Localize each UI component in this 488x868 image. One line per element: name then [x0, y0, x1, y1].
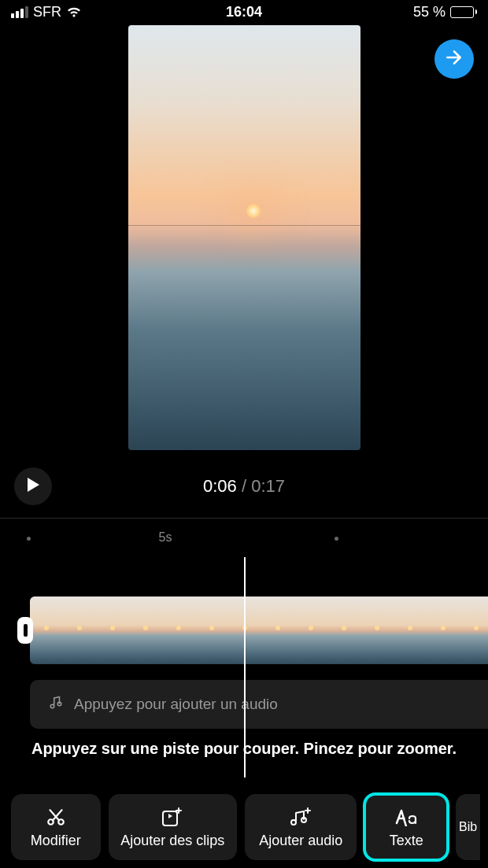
add-clips-button[interactable]: Ajouter des clips — [109, 794, 238, 860]
add-audio-icon — [290, 806, 312, 828]
arrow-right-icon — [444, 47, 464, 71]
tool-label: Ajouter audio — [259, 833, 342, 849]
modify-button[interactable]: Modifier — [11, 794, 101, 860]
play-icon — [25, 476, 41, 497]
tool-label: Texte — [390, 833, 423, 849]
time-display: 0:06 / 0:17 — [203, 476, 285, 497]
battery-percent: 55 % — [413, 4, 445, 20]
music-note-icon — [49, 696, 63, 714]
ruler-label: 5s — [159, 530, 172, 545]
library-button[interactable]: Bib — [456, 794, 480, 860]
tool-label: Bib — [459, 820, 477, 834]
clip-trim-handle-left[interactable] — [17, 617, 33, 644]
next-button[interactable] — [434, 39, 474, 79]
total-time: 0:17 — [251, 476, 285, 496]
video-preview-area — [0, 25, 488, 450]
svg-rect-3 — [163, 811, 177, 826]
wifi-icon — [66, 6, 82, 18]
bottom-toolbar: Modifier Ajouter des clips Ajouter audio… — [0, 792, 488, 868]
add-audio-button[interactable]: Ajouter audio — [245, 794, 357, 860]
status-right: 55 % — [413, 4, 477, 20]
tool-label: Ajouter des clips — [120, 833, 224, 849]
video-preview[interactable] — [128, 25, 360, 450]
ruler-tick-icon — [27, 537, 31, 541]
timeline-ruler[interactable]: 5s — [0, 527, 488, 554]
carrier-label: SFR — [33, 4, 61, 20]
battery-icon — [450, 6, 477, 18]
status-bar: SFR 16:04 55 % — [0, 0, 488, 24]
cellular-signal-icon — [11, 6, 28, 18]
clock: 16:04 — [226, 4, 262, 20]
clip-strip[interactable] — [30, 597, 488, 664]
play-button[interactable] — [14, 467, 52, 505]
scissors-icon — [46, 806, 66, 828]
status-left: SFR — [11, 4, 82, 20]
ruler-tick-icon — [335, 537, 338, 541]
divider — [0, 518, 488, 519]
current-time: 0:06 — [203, 476, 237, 496]
time-separator: / — [237, 476, 251, 496]
audio-track[interactable]: Appuyez pour ajouter un audio — [30, 680, 488, 729]
playhead[interactable] — [244, 557, 246, 778]
text-icon — [394, 806, 418, 828]
tool-label: Modifier — [31, 833, 81, 849]
audio-placeholder: Appuyez pour ajouter un audio — [74, 696, 278, 713]
text-button[interactable]: Texte — [364, 794, 448, 860]
playback-controls: 0:06 / 0:17 — [0, 464, 488, 508]
add-clip-icon — [161, 806, 183, 828]
